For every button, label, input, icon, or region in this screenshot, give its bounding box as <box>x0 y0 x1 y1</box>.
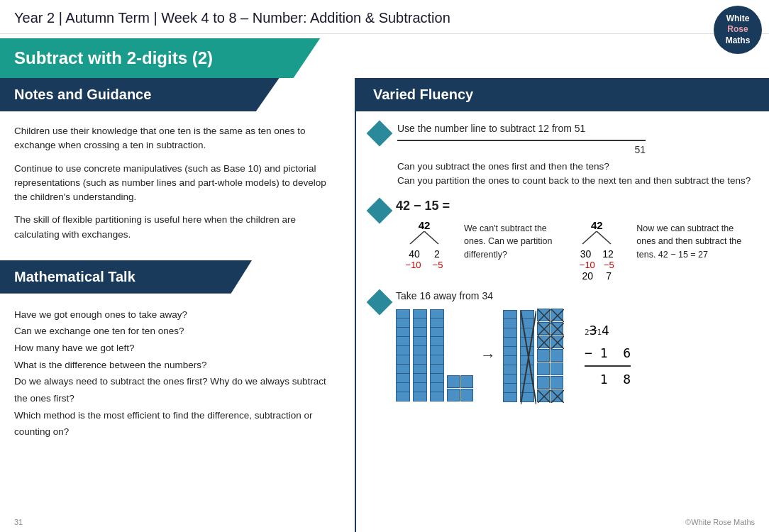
base10-original <box>396 309 473 401</box>
base10-exchange <box>503 309 563 402</box>
number-line <box>397 140 646 141</box>
varied-fluency-heading: Varied Fluency <box>373 87 473 102</box>
tree1-right: 2 <box>434 248 440 260</box>
superscript-1: 1 <box>597 326 602 340</box>
page-title: Subtract with 2-digits (2) <box>14 48 213 67</box>
number-line-container: 51 <box>397 140 751 155</box>
math-talk-questions: Have we got enough ones to take away? Ca… <box>14 306 341 440</box>
result-value: 1 8 <box>585 372 631 387</box>
tree1-branches <box>403 231 446 245</box>
col-line2: − 1 6 <box>585 342 631 365</box>
left-panel: Notes and Guidance Children use their kn… <box>0 78 355 532</box>
number-line-label: 51 <box>397 144 646 155</box>
math-talk-section: Have we got enough ones to take away? Ca… <box>0 297 355 450</box>
ten-rod-crossed <box>520 310 534 402</box>
tree2-top: 42 <box>568 219 625 231</box>
minus-sign: − 1 6 <box>585 345 631 360</box>
desc-1: We can't subtract the ones. Can we parti… <box>464 222 557 262</box>
q3-row: → <box>396 309 755 402</box>
logo-line1: White <box>726 13 750 25</box>
tree1-subs: −10 −5 <box>396 260 453 270</box>
page-number: 31 <box>14 518 23 526</box>
q2-equation: 42 − 15 = <box>396 199 755 214</box>
diamond-icon-1 <box>367 121 393 147</box>
notes-para-2: Continue to use concrete manipulatives (… <box>14 162 341 205</box>
header-title: Year 2 | Autumn Term | Week 4 to 8 – Num… <box>14 10 450 26</box>
tree1-top: 42 <box>396 219 453 231</box>
diamond-icon-3 <box>367 289 393 315</box>
logo-line2: Rose <box>727 24 748 35</box>
arrow: → <box>480 346 496 365</box>
right-content: Use the number line to subtract 12 from … <box>356 111 769 414</box>
question-3: Take 16 away from 34 <box>370 290 755 402</box>
tree2-sub-left: −10 <box>580 260 595 270</box>
tree2-branches <box>575 231 618 245</box>
tree2-right: 12 <box>602 248 614 260</box>
ones-4 <box>447 375 473 401</box>
q3-text: Take 16 away from 34 <box>396 290 755 301</box>
q1-text: Use the number line to subtract 12 from … <box>397 123 751 189</box>
tree1-bottom-nums: 40 2 <box>396 248 453 260</box>
logo-line3: Maths <box>726 35 751 47</box>
tree1-left: 40 <box>409 248 420 260</box>
ones-14 <box>537 309 563 402</box>
tree1-sub-right: −5 <box>433 260 443 270</box>
right-panel: Varied Fluency Use the number line to su… <box>355 78 769 532</box>
tree2-mid-nums: 30 12 <box>568 248 625 260</box>
cross-svg <box>521 311 536 404</box>
ten-rod-3 <box>430 309 444 401</box>
tree2-bottom-right: 7 <box>606 270 612 282</box>
notes-section: Children use their knowledge that one te… <box>0 114 355 260</box>
tree2-sub-right: −5 <box>604 260 614 270</box>
tree2-results: 20 7 <box>568 270 625 282</box>
svg-line-3 <box>597 231 611 244</box>
wrm-logo: White Rose Maths <box>714 6 762 54</box>
crossed-3: 3 <box>590 319 597 342</box>
diamond-icon-2 <box>367 197 393 223</box>
ten-rod-1 <box>396 309 410 401</box>
copyright: ©White Rose Maths <box>685 518 755 526</box>
col-result: 1 8 <box>585 365 631 391</box>
ten-rod-2 <box>413 309 427 401</box>
tree-2: 42 30 12 −10 −5 <box>568 219 625 282</box>
svg-line-2 <box>582 231 597 244</box>
tree-1: 42 40 2 −10 −5 <box>396 219 453 270</box>
q3-content: Take 16 away from 34 <box>396 290 755 402</box>
question-1: Use the number line to subtract 12 from … <box>370 123 755 189</box>
footer: 31 ©White Rose Maths <box>0 518 769 526</box>
q1-follow-text: Can you subtract the ones first and then… <box>397 160 751 189</box>
superscript-2: 2 <box>585 326 590 340</box>
column-subtraction: 2 3 1 4 − 1 6 1 8 <box>585 319 631 391</box>
tree2-bottom-left: 20 <box>582 270 594 282</box>
partition-row: 42 40 2 −10 −5 <box>396 219 755 282</box>
ten-rod-4 <box>503 310 517 402</box>
q2-content: 42 − 15 = 42 40 <box>396 199 755 282</box>
notes-para-3: The skill of flexible partitioning is us… <box>14 213 341 242</box>
svg-line-0 <box>410 231 424 244</box>
tree2-left: 30 <box>580 248 592 260</box>
svg-line-1 <box>424 231 438 244</box>
q1-main-text: Use the number line to subtract 12 from … <box>397 123 751 134</box>
main-content: Notes and Guidance Children use their kn… <box>0 78 769 532</box>
question-2: 42 − 15 = 42 40 <box>370 199 755 282</box>
notes-para-1: Children use their knowledge that one te… <box>14 124 341 153</box>
desc-2: Now we can subtract the ones and then su… <box>636 222 755 262</box>
tree2-subs: −10 −5 <box>568 260 625 270</box>
math-talk-heading: Mathematical Talk <box>14 269 135 284</box>
digit-4: 4 <box>602 319 609 342</box>
page-header: Year 2 | Autumn Term | Week 4 to 8 – Num… <box>0 0 769 34</box>
tree1-sub-left: −10 <box>406 260 421 270</box>
notes-heading: Notes and Guidance <box>14 87 151 102</box>
col-line1: 2 3 1 4 <box>585 319 631 342</box>
